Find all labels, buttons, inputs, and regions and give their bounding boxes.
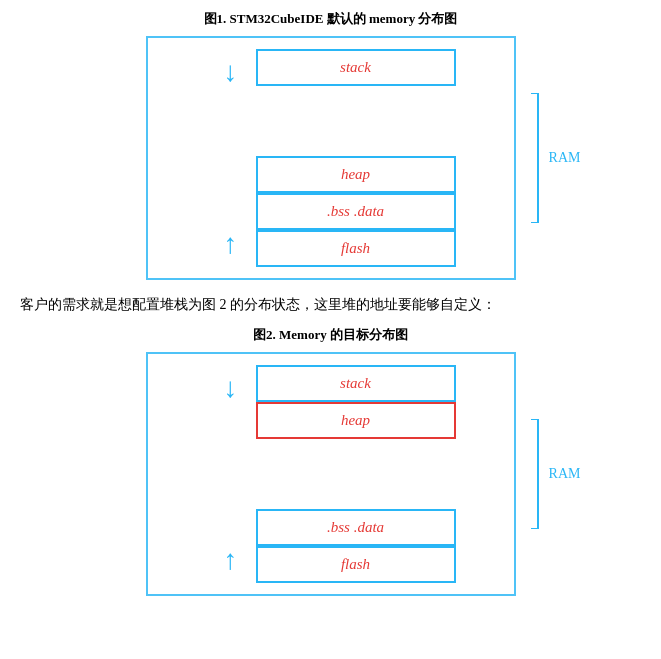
block-heap-2: heap bbox=[256, 402, 456, 439]
figure2-arrows: ↓ ↑ bbox=[206, 364, 256, 584]
block-spacer-2 bbox=[256, 439, 456, 509]
figure2-blocks: stack heap .bss .data flash bbox=[256, 365, 456, 583]
ram-label-2: RAM bbox=[531, 419, 581, 529]
ram-bracket-2 bbox=[531, 419, 545, 529]
figure2-diagram: ↓ ↑ stack heap .bss .data flash RAM bbox=[146, 352, 516, 596]
block-flash-1: flash bbox=[256, 230, 456, 267]
block-stack-2: stack bbox=[256, 365, 456, 402]
ram-bracket-1 bbox=[531, 93, 545, 223]
block-heap-1: heap bbox=[256, 156, 456, 193]
arrow-up-1: ↑ bbox=[224, 230, 238, 258]
block-bss-2: .bss .data bbox=[256, 509, 456, 546]
figure1-arrows: ↓ ↑ bbox=[206, 48, 256, 268]
ram-label-1: RAM bbox=[531, 93, 581, 223]
figure1-blocks: stack heap .bss .data flash bbox=[256, 49, 456, 267]
figure2-title: 图2. Memory 的目标分布图 bbox=[20, 326, 641, 344]
description-text: 客户的需求就是想配置堆栈为图 2 的分布状态，这里堆的地址要能够自定义： bbox=[20, 294, 641, 316]
block-stack-1: stack bbox=[256, 49, 456, 86]
arrow-down-1: ↓ bbox=[224, 58, 238, 86]
ram-text-2: RAM bbox=[549, 466, 581, 482]
arrow-down-2: ↓ bbox=[224, 374, 238, 402]
figure1-diagram: ↓ ↑ stack heap .bss .data flash RAM bbox=[146, 36, 516, 280]
figure1-title: 图1. STM32CubeIDE 默认的 memory 分布图 bbox=[20, 10, 641, 28]
ram-text-1: RAM bbox=[549, 150, 581, 166]
arrow-up-2: ↑ bbox=[224, 546, 238, 574]
block-bss-1: .bss .data bbox=[256, 193, 456, 230]
block-spacer-1 bbox=[256, 86, 456, 156]
block-flash-2: flash bbox=[256, 546, 456, 583]
